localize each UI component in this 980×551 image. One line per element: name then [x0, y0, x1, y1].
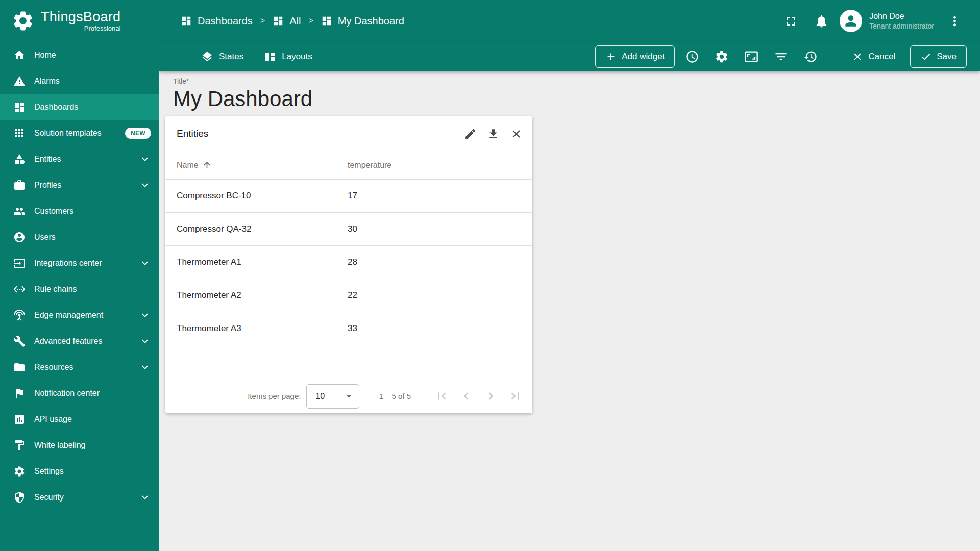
sidebar-item-white-labeling[interactable]: White labeling — [0, 432, 159, 458]
column-header-name[interactable]: Name — [177, 160, 348, 170]
manage-layouts-button[interactable] — [739, 44, 764, 69]
sidebar-item-security[interactable]: Security — [0, 484, 159, 510]
sidebar-item-dashboards[interactable]: Dashboards — [0, 94, 159, 120]
cell-temperature: 30 — [348, 224, 521, 234]
widget-actions — [460, 124, 526, 143]
cell-temperature: 28 — [348, 257, 521, 267]
save-button[interactable]: Save — [910, 45, 967, 68]
sidebar-item-alarms[interactable]: Alarms — [0, 68, 159, 94]
toolbar-divider — [832, 47, 832, 66]
entities-widget[interactable]: Entities Name temperature Compressor BC-… — [165, 116, 532, 413]
dashboards-icon — [181, 15, 192, 27]
user-menu-button[interactable] — [942, 9, 967, 33]
dashboard-settings-button[interactable] — [709, 44, 734, 69]
version-history-button[interactable] — [798, 44, 823, 69]
dashboard-title[interactable]: My Dashboard — [173, 86, 980, 112]
fullscreen-button[interactable] — [778, 9, 803, 33]
time-window-button[interactable] — [679, 44, 704, 69]
download-widget-button[interactable] — [483, 124, 503, 143]
sidebar-item-api-usage[interactable]: API usage — [0, 406, 159, 432]
sidebar-item-label: API usage — [34, 415, 72, 424]
table-row[interactable]: Compressor BC-10 17 — [165, 180, 532, 213]
sidebar-item-profiles[interactable]: Profiles — [0, 172, 159, 198]
integrations-icon — [13, 257, 26, 269]
apps-icon — [13, 127, 26, 139]
sidebar-item-customers[interactable]: Customers — [0, 198, 159, 224]
sidebar-menu: Home Alarms Dashboards Solution template… — [0, 42, 159, 551]
notifications-button[interactable] — [809, 9, 834, 33]
pagination-range: 1 – 5 of 5 — [379, 392, 411, 400]
user-avatar[interactable] — [840, 10, 862, 32]
logo-title: ThingsBoard — [41, 10, 120, 25]
breadcrumb-item-my-dashboard[interactable]: My Dashboard — [321, 15, 404, 27]
chevron-down-icon — [139, 153, 151, 165]
sidebar-item-edge-management[interactable]: Edge management — [0, 302, 159, 328]
sidebar-item-entities[interactable]: Entities — [0, 146, 159, 172]
next-page-button[interactable] — [478, 384, 503, 409]
table-row[interactable]: Thermometer A2 22 — [165, 279, 532, 312]
toolbar-left: States Layouts — [201, 51, 312, 63]
layers-icon — [201, 51, 213, 63]
logo-subtitle: Professional — [84, 24, 121, 32]
edit-widget-button[interactable] — [460, 124, 480, 143]
chevron-right-icon — [483, 389, 498, 404]
sidebar-item-integrations-center[interactable]: Integrations center — [0, 250, 159, 276]
profiles-icon — [13, 179, 26, 191]
layouts-icon — [264, 51, 276, 63]
chevron-down-icon — [139, 309, 151, 321]
items-per-page-label: Items per page: — [248, 392, 301, 400]
remove-widget-button[interactable] — [506, 124, 526, 143]
states-label: States — [219, 52, 243, 62]
breadcrumb-label: My Dashboard — [338, 15, 404, 27]
cell-name: Thermometer A3 — [177, 323, 348, 334]
close-icon — [510, 128, 523, 140]
thingsboard-logo[interactable]: ThingsBoard Professional — [0, 0, 159, 42]
sidebar-item-label: Security — [34, 493, 64, 502]
dashboard-title-label: Title* — [173, 77, 980, 85]
table-row[interactable]: Thermometer A1 28 — [165, 246, 532, 279]
more-vert-icon — [947, 14, 962, 29]
layouts-button[interactable]: Layouts — [264, 51, 312, 63]
new-badge: NEW — [125, 128, 151, 139]
gear-icon — [715, 49, 729, 64]
filter-button[interactable] — [768, 44, 793, 69]
check-icon — [920, 51, 932, 62]
items-per-page-select[interactable]: 10 — [306, 384, 359, 409]
sidebar-item-users[interactable]: Users — [0, 224, 159, 250]
sidebar-item-label: Edge management — [34, 311, 103, 320]
sidebar-item-notification-center[interactable]: Notification center — [0, 380, 159, 406]
chevron-down-icon — [139, 335, 151, 347]
layouts-label: Layouts — [282, 52, 312, 62]
resources-icon — [13, 361, 26, 373]
sidebar-item-solution-templates[interactable]: Solution templates NEW — [0, 120, 159, 146]
add-widget-button[interactable]: Add widget — [595, 45, 675, 68]
column-header-temperature[interactable]: temperature — [348, 161, 521, 170]
last-page-button[interactable] — [503, 384, 527, 409]
first-page-icon — [434, 389, 449, 404]
table-row[interactable]: Compressor QA-32 30 — [165, 213, 532, 246]
sidebar-item-resources[interactable]: Resources — [0, 354, 159, 380]
sidebar-item-home[interactable]: Home — [0, 42, 159, 68]
customers-icon — [13, 205, 26, 217]
table-row[interactable]: Thermometer A3 33 — [165, 312, 532, 345]
home-icon — [13, 49, 26, 61]
breadcrumb-item-dashboards[interactable]: Dashboards — [181, 15, 253, 27]
rule-chains-icon — [13, 283, 26, 295]
breadcrumb-item-all[interactable]: All — [273, 15, 301, 27]
sidebar-item-label: Home — [34, 51, 56, 60]
cancel-button[interactable]: Cancel — [842, 45, 905, 68]
sidebar: ThingsBoard Professional Home Alarms Das… — [0, 0, 159, 551]
cell-temperature: 33 — [348, 323, 521, 334]
sidebar-item-settings[interactable]: Settings — [0, 458, 159, 484]
top-header: Dashboards > All > My Dashboard John Doe… — [159, 0, 980, 42]
dropdown-arrow-icon — [342, 389, 356, 403]
sidebar-item-advanced-features[interactable]: Advanced features — [0, 328, 159, 354]
previous-page-button[interactable] — [454, 384, 478, 409]
add-widget-label: Add widget — [622, 52, 665, 62]
dashboard-title-field[interactable]: Title* My Dashboard — [173, 77, 980, 112]
states-button[interactable]: States — [201, 51, 243, 63]
sidebar-item-rule-chains[interactable]: Rule chains — [0, 276, 159, 302]
sort-ascending-icon — [202, 160, 212, 170]
first-page-button[interactable] — [429, 384, 454, 409]
cell-temperature: 17 — [348, 191, 521, 201]
